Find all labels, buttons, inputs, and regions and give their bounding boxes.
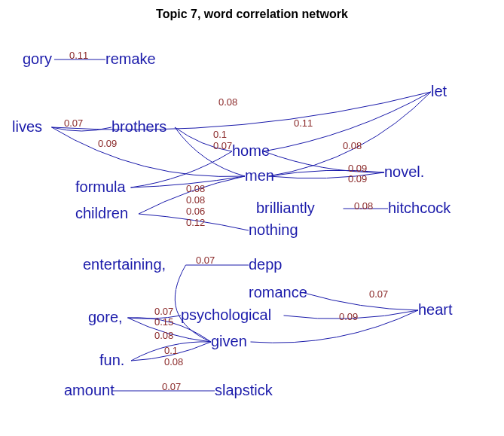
- edge-weight: 0.07: [64, 117, 83, 129]
- edge-weight: 0.08: [164, 356, 183, 367]
- node-remake: remake: [105, 50, 156, 67]
- node-brilliantly: brilliantly: [256, 200, 315, 216]
- node-fun: fun.: [99, 352, 124, 368]
- network-canvas: 0.110.080.070.090.10.070.110.080.090.090…: [0, 0, 504, 436]
- edge-weight: 0.07: [369, 288, 388, 300]
- edge-weight: 0.08: [154, 330, 173, 341]
- edge-weight: 0.09: [348, 173, 367, 184]
- node-given: given: [211, 333, 247, 349]
- edge-weight: 0.12: [186, 217, 205, 228]
- node-formula: formula: [75, 178, 127, 195]
- edge-weight: 0.07: [162, 381, 181, 392]
- edge: [175, 265, 211, 342]
- edge-weight: 0.1: [164, 345, 178, 356]
- node-gory: gory: [23, 50, 52, 67]
- node-nothing: nothing: [249, 221, 298, 238]
- node-lives: lives: [12, 118, 42, 135]
- edge-weight: 0.08: [186, 183, 205, 194]
- edge-weight: 0.11: [294, 117, 313, 129]
- node-hitchcock: hitchcock: [388, 200, 451, 216]
- node-romance: romance: [249, 284, 307, 300]
- edge-weight: 0.07: [213, 140, 232, 151]
- node-novel: novel.: [384, 163, 424, 180]
- node-home: home: [232, 142, 270, 159]
- edge-weight: 0.09: [98, 138, 117, 149]
- edge-weight: 0.08: [186, 194, 205, 206]
- edge-weight: 0.08: [218, 96, 237, 108]
- edge-weight: 0.07: [154, 306, 173, 317]
- edge-weight: 0.09: [339, 311, 358, 322]
- edge: [131, 151, 233, 188]
- node-men: men: [245, 167, 274, 184]
- edge: [304, 293, 419, 310]
- edge-weight: 0.09: [348, 163, 367, 174]
- node-depp: depp: [249, 256, 283, 273]
- edge-weight: 0.1: [213, 129, 227, 140]
- node-heart: heart: [418, 301, 453, 318]
- edge-weight: 0.06: [186, 206, 205, 217]
- node-let: let: [431, 83, 447, 99]
- edge-weight: 0.07: [196, 255, 215, 266]
- node-slapstick: slapstick: [215, 382, 273, 398]
- node-gore: gore,: [88, 309, 123, 325]
- edge-weight: 0.15: [154, 316, 173, 328]
- node-children: children: [75, 205, 128, 221]
- node-entertaining: entertaining,: [83, 256, 166, 273]
- node-psychological: psychological: [181, 306, 271, 323]
- node-brothers: brothers: [111, 118, 166, 135]
- edge-weight: 0.08: [343, 140, 362, 151]
- edge: [52, 92, 432, 130]
- edge-weight: 0.08: [354, 200, 373, 212]
- edge: [251, 310, 419, 343]
- edge-weight: 0.11: [69, 50, 88, 61]
- node-amount: amount: [64, 382, 115, 398]
